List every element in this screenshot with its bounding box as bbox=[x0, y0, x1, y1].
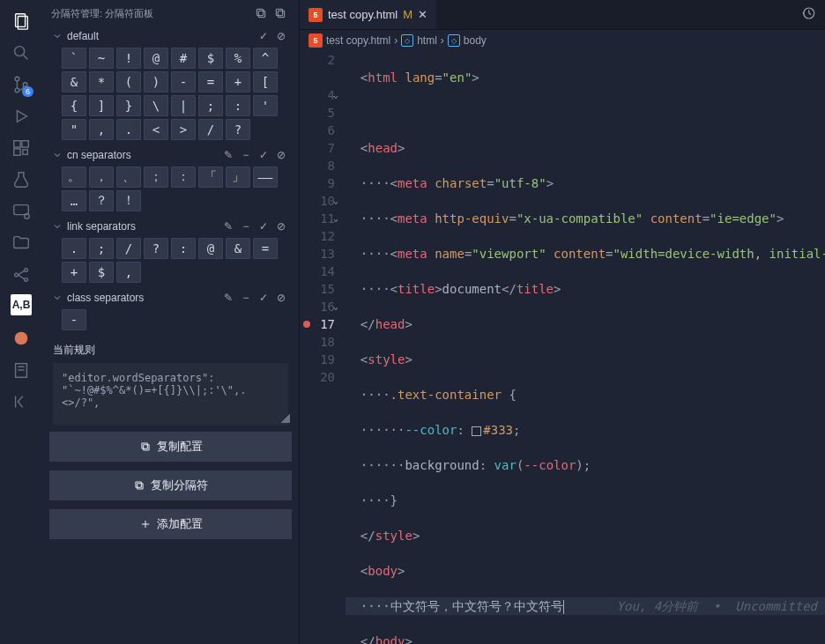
separator-cell[interactable]: ； bbox=[144, 167, 168, 188]
fold-icon[interactable]: ⌄ bbox=[333, 86, 338, 104]
separator-cell[interactable]: = bbox=[253, 238, 278, 259]
separator-cell[interactable]: $ bbox=[198, 48, 223, 69]
separator-cell[interactable]: - bbox=[171, 71, 196, 93]
separator-cell[interactable]: | bbox=[171, 95, 196, 116]
testing-icon[interactable] bbox=[7, 166, 35, 194]
separator-cell[interactable]: : bbox=[226, 95, 250, 116]
separator-cell[interactable]: & bbox=[62, 71, 86, 93]
separator-cell[interactable]: ? bbox=[226, 119, 250, 140]
check-icon[interactable]: ✓ bbox=[255, 220, 272, 233]
section-header-cn[interactable]: cn separators ✎ − ✓ ⊘ bbox=[46, 145, 295, 165]
tab-test-copy[interactable]: 5 test copy.html M ✕ bbox=[300, 0, 436, 29]
separator-cell[interactable]: $ bbox=[89, 262, 114, 283]
minus-icon[interactable]: − bbox=[237, 220, 255, 233]
check-icon[interactable]: ✓ bbox=[255, 149, 272, 161]
fold-icon[interactable]: ⌄ bbox=[333, 192, 338, 210]
separator-cell[interactable]: ( bbox=[116, 71, 141, 93]
separator-cell[interactable]: + bbox=[226, 71, 250, 93]
edit-icon[interactable]: ✎ bbox=[219, 149, 237, 161]
prohibit-icon[interactable]: ⊘ bbox=[272, 220, 290, 233]
minus-icon[interactable]: − bbox=[237, 149, 255, 161]
history-icon[interactable] bbox=[800, 5, 816, 24]
separator-cell[interactable]: < bbox=[144, 119, 168, 140]
separator-cell[interactable]: [ bbox=[253, 71, 278, 93]
source-control-icon[interactable]: 6 bbox=[7, 70, 35, 99]
separator-cell[interactable]: / bbox=[198, 119, 223, 140]
separator-cell[interactable]: ~ bbox=[89, 48, 114, 69]
separator-cell[interactable]: 、 bbox=[116, 167, 141, 188]
separator-cell[interactable]: ] bbox=[89, 95, 114, 116]
add-config-button[interactable]: 添加配置 bbox=[49, 509, 292, 539]
bookmarks-icon[interactable] bbox=[7, 356, 35, 384]
breakpoint-icon[interactable] bbox=[303, 321, 310, 328]
separator-cell[interactable]: \ bbox=[144, 95, 168, 116]
collapse-icon[interactable] bbox=[7, 388, 35, 416]
separator-cell[interactable]: { bbox=[62, 95, 86, 116]
check-icon[interactable]: ✓ bbox=[255, 30, 272, 42]
resize-handle[interactable] bbox=[281, 414, 290, 423]
separator-cell[interactable]: ) bbox=[144, 71, 168, 93]
separator-cell[interactable]: ， bbox=[89, 167, 114, 188]
separator-cell[interactable]: . bbox=[62, 238, 86, 259]
separator-cell[interactable]: ^ bbox=[253, 48, 278, 69]
separator-cell[interactable]: & bbox=[226, 238, 250, 259]
separator-cell[interactable]: " bbox=[62, 119, 86, 140]
separator-cell[interactable]: 「 bbox=[198, 167, 223, 188]
code-content[interactable]: <html lang="en"> <head> ····<meta charse… bbox=[346, 51, 825, 644]
copy2-icon[interactable] bbox=[271, 6, 290, 20]
separator-cell[interactable]: : bbox=[171, 238, 196, 259]
extensions-icon[interactable] bbox=[7, 134, 35, 162]
share-icon[interactable] bbox=[7, 261, 35, 289]
copy-config-button[interactable]: 复制配置 bbox=[49, 432, 292, 462]
close-icon[interactable]: ✕ bbox=[418, 8, 427, 21]
copy-separators-button[interactable]: 复制分隔符 bbox=[49, 470, 292, 500]
separator-cell[interactable]: ' bbox=[253, 95, 278, 116]
code-editor[interactable]: 2 4⌄ 5 6 7 8 9 10⌄ 11⌄ 12 13 14 15 16⌄ 1… bbox=[300, 51, 825, 644]
separator-cell[interactable]: / bbox=[116, 238, 141, 259]
separator-cell[interactable]: ！ bbox=[116, 190, 141, 211]
run-debug-icon[interactable] bbox=[7, 102, 35, 130]
separator-cell[interactable]: ？ bbox=[89, 190, 114, 211]
prohibit-icon[interactable]: ⊘ bbox=[272, 292, 290, 304]
separator-cell[interactable]: > bbox=[171, 119, 196, 140]
separator-cell[interactable]: ： bbox=[171, 167, 196, 188]
edit-icon[interactable]: ✎ bbox=[219, 292, 237, 304]
minus-icon[interactable]: − bbox=[237, 292, 255, 304]
section-header-default[interactable]: default ✓ ⊘ bbox=[46, 26, 295, 46]
separator-cell[interactable]: % bbox=[226, 48, 250, 69]
check-icon[interactable]: ✓ bbox=[255, 292, 272, 304]
breadcrumb-item[interactable]: body bbox=[464, 34, 487, 47]
section-header-class[interactable]: class separators ✎ − ✓ ⊘ bbox=[46, 288, 295, 307]
copy-icon[interactable] bbox=[251, 6, 271, 20]
breadcrumb[interactable]: 5 test copy.html › ◇ html › ◇ body bbox=[300, 30, 825, 51]
folder-icon[interactable] bbox=[7, 229, 35, 257]
section-header-link[interactable]: link separators ✎ − ✓ ⊘ bbox=[46, 217, 295, 236]
separator-cell[interactable]: ; bbox=[89, 238, 114, 259]
separator-cell[interactable]: @ bbox=[144, 48, 168, 69]
separator-cell[interactable]: } bbox=[116, 95, 141, 116]
separator-cell[interactable]: ` bbox=[62, 48, 86, 69]
remote-icon[interactable] bbox=[7, 197, 35, 226]
separator-cell[interactable]: ; bbox=[198, 95, 223, 116]
separator-cell[interactable]: 」 bbox=[226, 167, 250, 188]
separator-cell[interactable]: - bbox=[62, 309, 86, 330]
separator-cell[interactable]: —— bbox=[253, 167, 278, 188]
fold-icon[interactable]: ⌄ bbox=[333, 298, 338, 315]
explorer-icon[interactable] bbox=[7, 7, 35, 35]
separator-cell[interactable]: , bbox=[89, 119, 114, 140]
separator-cell[interactable]: ! bbox=[116, 48, 141, 69]
separator-cell[interactable]: * bbox=[89, 71, 114, 93]
separator-cell[interactable]: , bbox=[116, 262, 141, 283]
edit-icon[interactable]: ✎ bbox=[219, 220, 237, 233]
separator-cell[interactable]: . bbox=[116, 119, 141, 140]
separator-cell[interactable]: + bbox=[62, 262, 86, 283]
separator-cell[interactable]: 。 bbox=[62, 167, 86, 188]
breadcrumb-item[interactable]: html bbox=[417, 34, 437, 47]
separator-cell[interactable]: … bbox=[62, 190, 86, 211]
breadcrumb-file[interactable]: test copy.html bbox=[326, 34, 390, 47]
rule-textbox[interactable]: "editor.wordSeparators": "`~!@#$%^&*()=+… bbox=[53, 363, 288, 425]
separator-cell[interactable]: ? bbox=[144, 238, 168, 259]
ab-extension-icon[interactable]: A,B bbox=[11, 294, 32, 315]
separator-cell[interactable]: # bbox=[171, 48, 196, 69]
prohibit-icon[interactable]: ⊘ bbox=[272, 30, 290, 42]
